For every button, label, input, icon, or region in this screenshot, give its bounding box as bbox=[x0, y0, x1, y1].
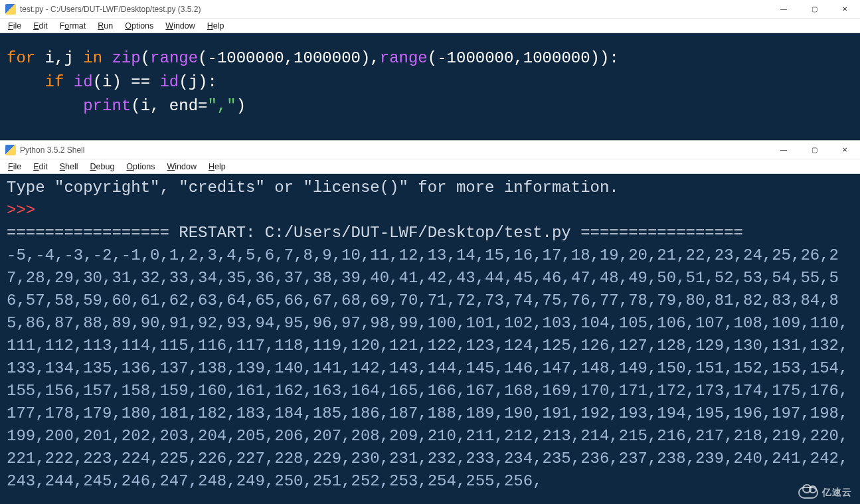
editor-titlebar[interactable]: test.py - C:/Users/DUT-LWF/Desktop/test.… bbox=[0, 0, 860, 19]
editor-menu-help[interactable]: Help bbox=[202, 20, 230, 32]
minimize-icon: — bbox=[780, 146, 787, 153]
shell-titlebar[interactable]: Python 3.5.2 Shell — ▢ ✕ bbox=[0, 141, 860, 159]
shell-menu-file[interactable]: File bbox=[3, 161, 27, 173]
editor-menu-window[interactable]: Window bbox=[160, 20, 200, 32]
shell-info-line: Type "copyright", "credits" or "license(… bbox=[7, 177, 853, 199]
editor-maximize-button[interactable]: ▢ bbox=[799, 0, 829, 19]
shell-menu-debug[interactable]: Debug bbox=[85, 161, 120, 173]
editor-menu-run[interactable]: Run bbox=[92, 20, 118, 32]
shell-menu-window[interactable]: Window bbox=[161, 161, 201, 173]
editor-menu-format[interactable]: Format bbox=[54, 20, 92, 32]
shell-maximize-button[interactable]: ▢ bbox=[799, 141, 829, 159]
python-shell-icon bbox=[5, 145, 16, 155]
shell-minimize-button[interactable]: — bbox=[768, 141, 799, 159]
shell-menu-help[interactable]: Help bbox=[203, 161, 231, 173]
shell-menu-shell[interactable]: Shell bbox=[54, 161, 84, 173]
close-icon: ✕ bbox=[842, 5, 847, 13]
shell-prompt: >>> bbox=[7, 199, 853, 222]
shell-menu-options[interactable]: Options bbox=[121, 161, 160, 173]
editor-menubar: File Edit Format Run Options Window Help bbox=[0, 19, 860, 33]
python-file-icon bbox=[5, 4, 16, 15]
editor-menu-edit[interactable]: Edit bbox=[28, 20, 53, 32]
shell-restart-banner: ================= RESTART: C:/Users/DUT-… bbox=[7, 222, 853, 244]
editor-menu-file[interactable]: File bbox=[3, 20, 27, 32]
code-content: for i,j in zip(range(-1000000,1000000),r… bbox=[7, 46, 853, 118]
shell-close-button[interactable]: ✕ bbox=[829, 141, 860, 159]
shell-text-area[interactable]: Type "copyright", "credits" or "license(… bbox=[0, 174, 860, 504]
minimize-icon: — bbox=[780, 5, 787, 13]
editor-menu-options[interactable]: Options bbox=[120, 20, 159, 32]
maximize-icon: ▢ bbox=[812, 5, 817, 13]
shell-title: Python 3.5.2 Shell bbox=[20, 145, 84, 155]
editor-minimize-button[interactable]: — bbox=[768, 0, 799, 19]
editor-window: test.py - C:/Users/DUT-LWF/Desktop/test.… bbox=[0, 0, 860, 140]
close-icon: ✕ bbox=[842, 146, 847, 153]
maximize-icon: ▢ bbox=[812, 146, 817, 153]
shell-menubar: File Edit Shell Debug Options Window Hel… bbox=[0, 159, 860, 174]
editor-text-area[interactable]: for i,j in zip(range(-1000000,1000000),r… bbox=[0, 33, 860, 140]
editor-close-button[interactable]: ✕ bbox=[829, 0, 860, 19]
shell-output: -5,-4,-3,-2,-1,0,1,2,3,4,5,6,7,8,9,10,11… bbox=[7, 244, 853, 493]
shell-window: Python 3.5.2 Shell — ▢ ✕ File Edit Shell… bbox=[0, 140, 860, 504]
shell-menu-edit[interactable]: Edit bbox=[28, 161, 53, 173]
editor-title: test.py - C:/Users/DUT-LWF/Desktop/test.… bbox=[20, 5, 201, 14]
